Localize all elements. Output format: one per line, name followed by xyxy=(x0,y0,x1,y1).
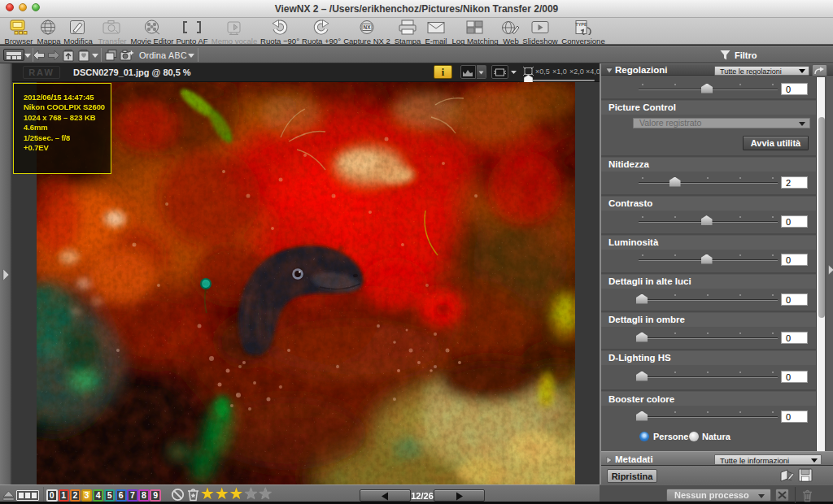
svg-text:TYPE: TYPE xyxy=(575,22,587,27)
svg-text:NX: NX xyxy=(363,24,371,30)
